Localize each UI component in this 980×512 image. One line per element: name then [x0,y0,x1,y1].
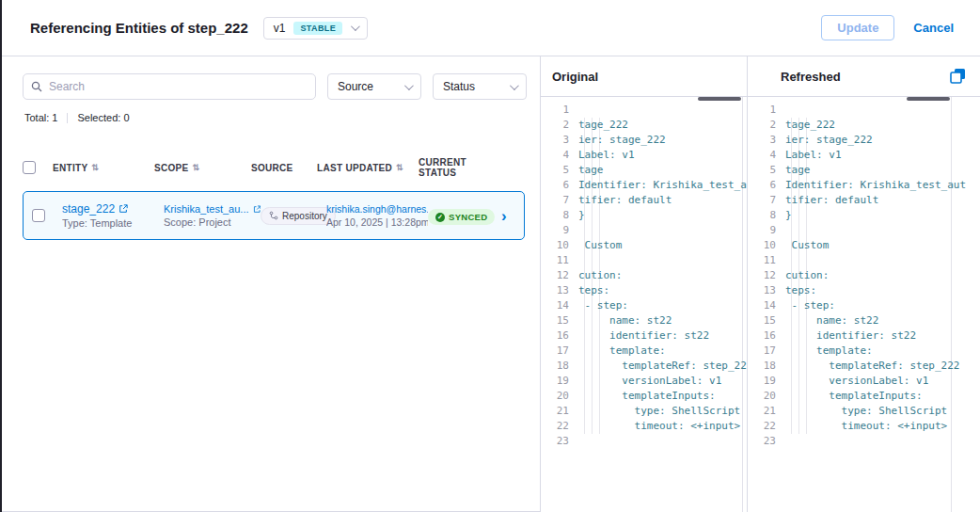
update-button[interactable]: Update [821,15,894,40]
line-number: 9 [748,223,785,238]
code-line: 16 identifier: st22 [748,328,980,344]
code-text: name: st22 [578,313,672,328]
copy-icon[interactable] [950,68,966,84]
horizontal-scrollbar[interactable] [698,97,741,101]
line-number: 23 [541,434,578,449]
line-number: 2 [748,118,785,133]
code-line: 10 Custom [748,238,980,253]
code-line: 22 timeout: <+input> [541,419,747,434]
code-text: templateRef: step_222 [578,359,747,374]
code-line: 11 [748,253,980,268]
line-number: 14 [748,298,785,313]
search-icon [31,81,42,92]
select-all-checkbox[interactable] [23,161,36,174]
code-line: 14 - step: [748,298,980,313]
line-number: 18 [748,359,785,374]
total-count: Total: 1 [24,112,57,123]
code-line: 8} [541,208,747,223]
code-line: 3ier: stage_222 [748,133,980,148]
line-number: 7 [541,193,578,208]
horizontal-scrollbar[interactable] [907,97,950,101]
code-text: identifier: st22 [785,328,916,344]
entity-list-panel: Source Status Total: 1 Selected: 0 ENTIT… [2,56,541,512]
code-text: } [578,208,585,223]
column-current-status: CURRENT STATUS [419,157,502,178]
line-number: 5 [748,163,785,178]
code-line: 19 versionLabel: v1 [541,374,747,389]
code-text: versionLabel: v1 [785,374,928,389]
row-expand-chevron[interactable]: › [501,208,524,224]
code-text: Custom [578,238,622,253]
search-input[interactable] [49,80,308,93]
code-text: tage_222 [578,118,628,133]
original-header: Original [541,56,747,97]
sort-icon[interactable]: ⇅ [91,163,99,172]
line-number: 21 [541,404,578,419]
table-header: ENTITY ⇅ SCOPE ⇅ SOURCE LAST UPDATED ⇅ C… [23,157,525,178]
status-badge: ✓ SYNCED [428,209,495,225]
scope-cell: Krishika_test_au... Scope: Project [164,203,261,228]
code-line: 6Identifier: Krishika_test_aut [748,178,980,193]
code-text: timeout: <+input> [785,419,947,434]
line-number: 11 [748,253,785,268]
version-select[interactable]: v1 STABLE [263,17,368,40]
last-updated-cell: krishika.singh@harnes... Apr 10, 2025 | … [326,203,428,228]
sort-icon[interactable]: ⇅ [396,163,403,172]
line-number: 20 [748,389,785,404]
source-filter-label: Source [338,80,373,93]
scope-link[interactable]: Krishika_test_au... [164,203,261,215]
code-line: 3ier: stage_222 [541,133,747,148]
version-status-badge: STABLE [293,22,342,35]
search-box[interactable] [23,73,316,100]
cancel-button[interactable]: Cancel [909,16,957,40]
external-link-icon [119,204,128,214]
line-number: 16 [748,328,785,344]
line-number: 2 [541,118,578,133]
column-source: SOURCE [251,163,317,173]
entity-type: Type: Template [62,217,164,229]
code-line: 21 type: ShellScript [748,404,980,419]
source-filter-dropdown[interactable]: Source [327,73,421,100]
code-line: 13teps: [541,283,747,298]
line-number: 6 [748,178,785,193]
code-line: 11 [541,253,747,268]
code-line: 18 templateRef: step_222 [748,359,980,374]
line-number: 20 [541,389,578,404]
line-number: 4 [541,148,578,163]
code-line: 13teps: [748,283,980,298]
page-title: Referencing Entities of step_222 [30,20,248,36]
code-line: 2tage_222 [748,118,980,133]
original-code-lines: 1 2tage_222 3ier: stage_222 4Label: v1 5… [541,103,747,449]
referencing-entities-dialog: Referencing Entities of step_222 v1 STAB… [0,0,980,512]
row-checkbox[interactable] [32,209,45,222]
refreshed-code-editor[interactable]: 1 2tage_222 3ier: stage_222 4Label: v1 5… [748,97,980,512]
code-text: } [785,208,792,223]
code-line: 14 - step: [541,298,747,313]
code-line: 20 templateInputs: [541,389,747,404]
chevron-down-icon [510,81,519,90]
filter-row: Source Status [2,73,540,100]
line-number: 12 [748,268,785,283]
chevron-down-icon [351,22,360,31]
version-label: v1 [274,22,286,35]
code-line: 9 [748,223,980,238]
line-number: 5 [541,163,578,178]
line-number: 22 [748,419,785,434]
code-text: Identifier: Krishika_test_aut [785,178,966,193]
refreshed-code-lines: 1 2tage_222 3ier: stage_222 4Label: v1 5… [748,103,980,449]
original-code-editor[interactable]: 1 2tage_222 3ier: stage_222 4Label: v1 5… [541,97,747,512]
code-line: 4Label: v1 [541,148,747,163]
line-number: 3 [541,133,578,148]
line-number: 19 [541,374,578,389]
external-link-icon [253,205,261,214]
table-row[interactable]: stage_222 Type: Template Krishika_test_a… [23,191,525,240]
line-number: 12 [541,268,578,283]
line-number: 13 [748,283,785,298]
status-filter-dropdown[interactable]: Status [433,73,527,100]
line-number: 10 [748,238,785,253]
sort-icon[interactable]: ⇅ [193,163,200,172]
status-filter-label: Status [443,80,475,93]
code-text: teps: [578,283,609,298]
code-line: 22 timeout: <+input> [748,419,980,434]
entity-link[interactable]: stage_222 [62,202,164,216]
